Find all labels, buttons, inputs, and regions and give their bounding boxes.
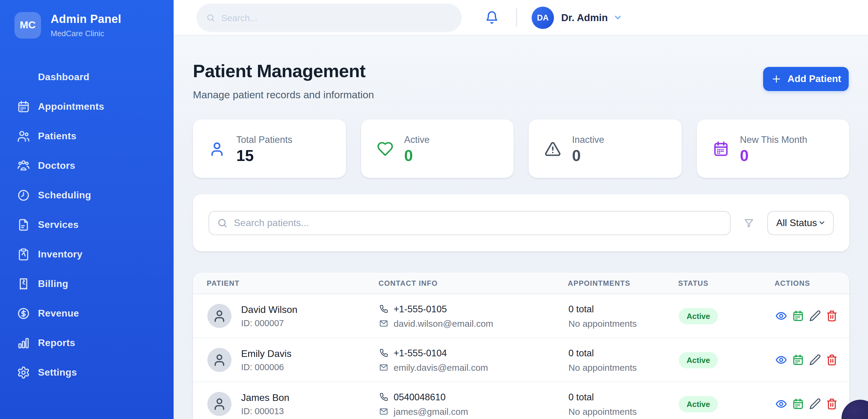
column-header-appointments: APPOINTMENTS — [568, 279, 678, 287]
sidebar-item-doctors[interactable]: Doctors — [0, 152, 174, 179]
search-icon — [206, 13, 215, 22]
trash-icon[interactable] — [826, 310, 838, 322]
patient-id: ID: 000007 — [241, 318, 298, 328]
clock-icon — [17, 189, 30, 202]
sidebar-item-appointments[interactable]: Appointments — [0, 93, 174, 120]
table-header: PATIENT CONTACT INFO APPOINTMENTS STATUS… — [193, 272, 849, 294]
user-name: Dr. Admin — [561, 12, 608, 23]
row-actions — [775, 310, 838, 322]
stat-card-new-this-month: New This Month 0 — [696, 119, 849, 178]
status-badge: Active — [679, 308, 718, 324]
appointments-total: 0 total — [568, 348, 679, 358]
topbar-divider — [516, 8, 517, 27]
add-patient-label: Add Patient — [787, 73, 841, 84]
patient-avatar — [207, 392, 231, 416]
global-search — [196, 3, 462, 32]
sidebar-item-label: Inventory — [38, 249, 83, 260]
pencil-icon[interactable] — [809, 354, 821, 366]
eye-icon[interactable] — [775, 310, 787, 322]
chevron-down-icon — [818, 219, 826, 227]
appointments-note: No appointments — [568, 362, 679, 372]
sidebar-item-billing[interactable]: Billing — [0, 271, 174, 297]
patient-email: david.wilson@email.com — [394, 318, 493, 328]
patient-avatar — [207, 304, 231, 328]
user-icon — [209, 140, 225, 157]
patient-phone: 0540048610 — [394, 392, 445, 402]
table-body: David Wilson ID: 000007 +1-555-0105 davi… — [193, 294, 849, 419]
users-icon — [17, 130, 30, 143]
sidebar-item-patients[interactable]: Patients — [0, 123, 174, 150]
status-badge: Active — [679, 352, 718, 368]
table-row-david-wilson: David Wilson ID: 000007 +1-555-0105 davi… — [193, 294, 849, 338]
topbar: DA Dr. Admin — [174, 0, 868, 36]
avatar: DA — [532, 6, 554, 29]
appointments-total: 0 total — [568, 392, 679, 402]
user-icon — [212, 397, 227, 411]
patient-name: Emily Davis — [241, 348, 291, 359]
brand: MC Admin Panel MedCare Clinic — [14, 12, 121, 38]
sidebar-item-reports[interactable]: Reports — [0, 330, 174, 356]
sidebar-menu: Dashboard Appointments Patients Doctors — [0, 64, 174, 389]
sidebar-item-label: Scheduling — [38, 190, 91, 201]
appointments-note: No appointments — [568, 406, 679, 416]
mail-icon — [379, 319, 388, 328]
main-content: Patient Management Manage patient record… — [174, 36, 868, 419]
calendar-icon — [712, 140, 729, 157]
trash-icon[interactable] — [826, 354, 838, 366]
sidebar-item-services[interactable]: Services — [0, 212, 174, 238]
eye-icon[interactable] — [775, 354, 787, 366]
sidebar-item-label: Reports — [38, 338, 75, 349]
chevron-down-icon — [613, 13, 623, 22]
sidebar-item-revenue[interactable]: Revenue — [0, 300, 174, 327]
gear-icon — [17, 366, 30, 379]
user-menu[interactable]: DA Dr. Admin — [532, 6, 623, 29]
calendar-icon[interactable] — [792, 398, 804, 410]
app-subtitle: MedCare Clinic — [51, 29, 121, 38]
sidebar-item-label: Revenue — [38, 308, 79, 319]
pencil-icon[interactable] — [809, 310, 821, 322]
alert-triangle-icon — [544, 140, 561, 157]
mail-icon — [379, 407, 388, 416]
page-subtitle: Manage patient records and information — [193, 89, 374, 101]
global-search-input[interactable] — [221, 12, 444, 23]
stat-label: New This Month — [740, 134, 807, 145]
add-patient-button[interactable]: Add Patient — [763, 67, 849, 91]
row-actions — [775, 354, 838, 366]
table-row-james-bon: James Bon ID: 000013 0540048610 james@gm… — [193, 382, 849, 419]
sidebar-item-settings[interactable]: Settings — [0, 359, 174, 386]
appointments-total: 0 total — [568, 304, 679, 315]
heart-icon — [376, 140, 393, 157]
patient-id: ID: 000013 — [241, 406, 289, 416]
patient-name: David Wilson — [241, 304, 298, 315]
sidebar-item-label: Doctors — [38, 160, 75, 171]
calendar-icon[interactable] — [792, 354, 804, 366]
clipboard-icon — [17, 248, 30, 261]
icon-placeholder — [17, 70, 30, 84]
stat-label: Active — [404, 134, 430, 145]
eye-icon[interactable] — [775, 398, 787, 410]
calendar-icon[interactable] — [792, 310, 804, 322]
mail-icon — [379, 363, 388, 372]
phone-icon — [379, 392, 388, 401]
trash-icon[interactable] — [826, 398, 838, 410]
stat-card-total-patients: Total Patients 15 — [193, 119, 346, 178]
page-title: Patient Management — [193, 61, 366, 81]
patient-search-input[interactable] — [234, 217, 710, 228]
sidebar-item-scheduling[interactable]: Scheduling — [0, 182, 174, 209]
sidebar-item-dashboard[interactable]: Dashboard — [0, 64, 174, 90]
sidebar-item-label: Billing — [38, 278, 68, 289]
patient-id: ID: 000006 — [241, 362, 291, 372]
pencil-icon[interactable] — [809, 398, 821, 410]
stat-value: 0 — [572, 147, 604, 163]
brand-logo: MC — [14, 12, 41, 38]
sidebar-item-label: Appointments — [38, 101, 104, 112]
phone-icon — [379, 349, 388, 358]
status-filter-select[interactable]: All Status — [767, 211, 834, 235]
sidebar-item-label: Settings — [38, 367, 77, 378]
bell-icon[interactable] — [485, 10, 499, 25]
sidebar-item-label: Dashboard — [38, 72, 90, 83]
sidebar-item-label: Services — [38, 219, 79, 230]
sidebar-item-inventory[interactable]: Inventory — [0, 241, 174, 268]
patients-table: PATIENT CONTACT INFO APPOINTMENTS STATUS… — [193, 272, 849, 419]
row-actions — [775, 398, 838, 410]
